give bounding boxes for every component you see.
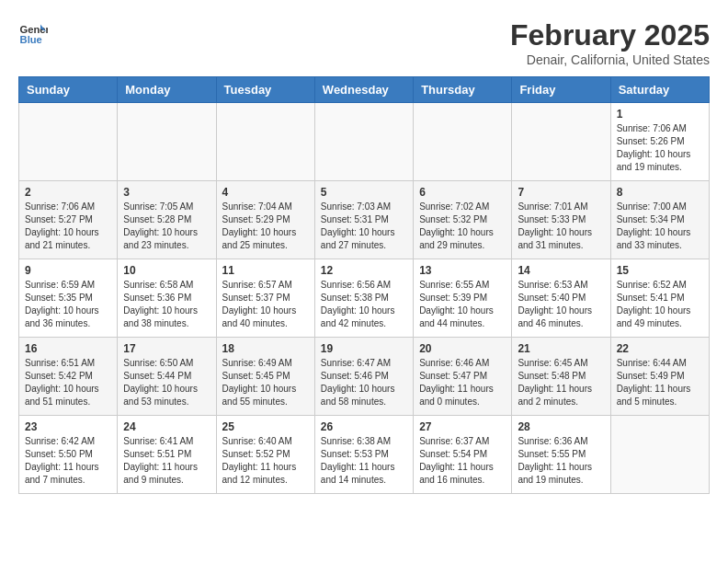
day-info: Sunrise: 7:06 AM Sunset: 5:27 PM Dayligh… [25, 201, 111, 252]
calendar-cell: 25Sunrise: 6:40 AM Sunset: 5:52 PM Dayli… [216, 416, 314, 494]
weekday-header-sunday: Sunday [19, 77, 118, 103]
day-info: Sunrise: 6:47 AM Sunset: 5:46 PM Dayligh… [321, 357, 407, 408]
calendar-cell: 6Sunrise: 7:02 AM Sunset: 5:32 PM Daylig… [414, 181, 512, 259]
month-title: February 2025 [510, 18, 710, 52]
day-info: Sunrise: 6:38 AM Sunset: 5:53 PM Dayligh… [321, 435, 407, 487]
day-info: Sunrise: 7:06 AM Sunset: 5:26 PM Dayligh… [617, 122, 703, 174]
calendar-cell [610, 416, 709, 494]
svg-text:Blue: Blue [20, 34, 42, 45]
day-number: 21 [518, 342, 604, 355]
calendar-cell: 19Sunrise: 6:47 AM Sunset: 5:46 PM Dayli… [314, 338, 413, 416]
day-info: Sunrise: 6:42 AM Sunset: 5:50 PM Dayligh… [25, 435, 111, 487]
calendar-cell [216, 103, 314, 181]
week-row-5: 23Sunrise: 6:42 AM Sunset: 5:50 PM Dayli… [19, 416, 710, 494]
day-number: 22 [617, 342, 703, 355]
day-number: 27 [419, 420, 506, 433]
day-number: 11 [222, 264, 309, 277]
day-info: Sunrise: 7:02 AM Sunset: 5:32 PM Dayligh… [419, 201, 506, 252]
day-number: 16 [25, 342, 111, 355]
weekday-header-saturday: Saturday [610, 77, 709, 103]
calendar-cell: 5Sunrise: 7:03 AM Sunset: 5:31 PM Daylig… [314, 181, 413, 259]
weekday-header-monday: Monday [118, 77, 216, 103]
day-number: 20 [419, 342, 506, 355]
day-info: Sunrise: 6:37 AM Sunset: 5:54 PM Dayligh… [419, 435, 506, 487]
day-number: 14 [518, 264, 604, 277]
day-number: 5 [321, 186, 407, 199]
day-info: Sunrise: 6:49 AM Sunset: 5:45 PM Dayligh… [222, 357, 309, 408]
calendar: SundayMondayTuesdayWednesdayThursdayFrid… [18, 76, 710, 494]
day-info: Sunrise: 6:40 AM Sunset: 5:52 PM Dayligh… [222, 435, 309, 487]
week-row-1: 1Sunrise: 7:06 AM Sunset: 5:26 PM Daylig… [19, 103, 710, 181]
day-number: 13 [419, 264, 506, 277]
calendar-cell: 10Sunrise: 6:58 AM Sunset: 5:36 PM Dayli… [118, 259, 216, 338]
day-info: Sunrise: 6:45 AM Sunset: 5:48 PM Dayligh… [518, 357, 604, 408]
week-row-3: 9Sunrise: 6:59 AM Sunset: 5:35 PM Daylig… [19, 259, 710, 338]
calendar-cell [118, 103, 216, 181]
calendar-cell: 18Sunrise: 6:49 AM Sunset: 5:45 PM Dayli… [216, 338, 314, 416]
day-info: Sunrise: 6:56 AM Sunset: 5:38 PM Dayligh… [321, 279, 407, 330]
day-number: 12 [321, 264, 407, 277]
day-number: 7 [518, 186, 604, 199]
day-info: Sunrise: 7:04 AM Sunset: 5:29 PM Dayligh… [222, 201, 309, 252]
calendar-cell: 27Sunrise: 6:37 AM Sunset: 5:54 PM Dayli… [414, 416, 512, 494]
day-info: Sunrise: 7:05 AM Sunset: 5:28 PM Dayligh… [123, 201, 210, 252]
day-number: 23 [25, 420, 111, 433]
day-number: 24 [123, 420, 210, 433]
calendar-cell [512, 103, 610, 181]
calendar-cell: 15Sunrise: 6:52 AM Sunset: 5:41 PM Dayli… [610, 259, 709, 338]
weekday-header-friday: Friday [512, 77, 610, 103]
day-number: 28 [518, 420, 604, 433]
calendar-cell: 16Sunrise: 6:51 AM Sunset: 5:42 PM Dayli… [19, 338, 118, 416]
calendar-cell: 13Sunrise: 6:55 AM Sunset: 5:39 PM Dayli… [414, 259, 512, 338]
day-info: Sunrise: 6:44 AM Sunset: 5:49 PM Dayligh… [617, 357, 703, 408]
title-block: February 2025 Denair, California, United… [510, 18, 710, 67]
day-number: 1 [617, 108, 703, 121]
day-number: 9 [25, 264, 111, 277]
day-number: 4 [222, 186, 309, 199]
day-info: Sunrise: 6:58 AM Sunset: 5:36 PM Dayligh… [123, 279, 210, 330]
week-row-2: 2Sunrise: 7:06 AM Sunset: 5:27 PM Daylig… [19, 181, 710, 259]
calendar-cell: 2Sunrise: 7:06 AM Sunset: 5:27 PM Daylig… [19, 181, 118, 259]
weekday-header-row: SundayMondayTuesdayWednesdayThursdayFrid… [19, 77, 710, 103]
day-number: 10 [123, 264, 210, 277]
logo: General Blue [18, 18, 48, 48]
day-number: 25 [222, 420, 309, 433]
day-info: Sunrise: 7:00 AM Sunset: 5:34 PM Dayligh… [617, 201, 703, 252]
day-info: Sunrise: 6:59 AM Sunset: 5:35 PM Dayligh… [25, 279, 111, 330]
calendar-cell: 14Sunrise: 6:53 AM Sunset: 5:40 PM Dayli… [512, 259, 610, 338]
day-number: 3 [123, 186, 210, 199]
calendar-cell [414, 103, 512, 181]
day-info: Sunrise: 6:55 AM Sunset: 5:39 PM Dayligh… [419, 279, 506, 330]
weekday-header-thursday: Thursday [414, 77, 512, 103]
logo-icon: General Blue [18, 18, 48, 48]
calendar-cell: 4Sunrise: 7:04 AM Sunset: 5:29 PM Daylig… [216, 181, 314, 259]
day-info: Sunrise: 6:57 AM Sunset: 5:37 PM Dayligh… [222, 279, 309, 330]
calendar-cell [314, 103, 413, 181]
day-number: 18 [222, 342, 309, 355]
day-number: 26 [321, 420, 407, 433]
day-number: 2 [25, 186, 111, 199]
calendar-cell [19, 103, 118, 181]
day-number: 19 [321, 342, 407, 355]
page-header: General Blue February 2025 Denair, Calif… [18, 18, 710, 67]
week-row-4: 16Sunrise: 6:51 AM Sunset: 5:42 PM Dayli… [19, 338, 710, 416]
calendar-cell: 24Sunrise: 6:41 AM Sunset: 5:51 PM Dayli… [118, 416, 216, 494]
calendar-cell: 17Sunrise: 6:50 AM Sunset: 5:44 PM Dayli… [118, 338, 216, 416]
day-info: Sunrise: 7:03 AM Sunset: 5:31 PM Dayligh… [321, 201, 407, 252]
weekday-header-tuesday: Tuesday [216, 77, 314, 103]
day-info: Sunrise: 6:36 AM Sunset: 5:55 PM Dayligh… [518, 435, 604, 487]
calendar-cell: 21Sunrise: 6:45 AM Sunset: 5:48 PM Dayli… [512, 338, 610, 416]
calendar-cell: 26Sunrise: 6:38 AM Sunset: 5:53 PM Dayli… [314, 416, 413, 494]
calendar-cell: 12Sunrise: 6:56 AM Sunset: 5:38 PM Dayli… [314, 259, 413, 338]
calendar-cell: 1Sunrise: 7:06 AM Sunset: 5:26 PM Daylig… [610, 103, 709, 181]
calendar-cell: 22Sunrise: 6:44 AM Sunset: 5:49 PM Dayli… [610, 338, 709, 416]
calendar-cell: 20Sunrise: 6:46 AM Sunset: 5:47 PM Dayli… [414, 338, 512, 416]
calendar-cell: 28Sunrise: 6:36 AM Sunset: 5:55 PM Dayli… [512, 416, 610, 494]
day-info: Sunrise: 7:01 AM Sunset: 5:33 PM Dayligh… [518, 201, 604, 252]
calendar-cell: 7Sunrise: 7:01 AM Sunset: 5:33 PM Daylig… [512, 181, 610, 259]
day-number: 15 [617, 264, 703, 277]
day-info: Sunrise: 6:51 AM Sunset: 5:42 PM Dayligh… [25, 357, 111, 408]
day-info: Sunrise: 6:52 AM Sunset: 5:41 PM Dayligh… [617, 279, 703, 330]
day-number: 17 [123, 342, 210, 355]
weekday-header-wednesday: Wednesday [314, 77, 413, 103]
